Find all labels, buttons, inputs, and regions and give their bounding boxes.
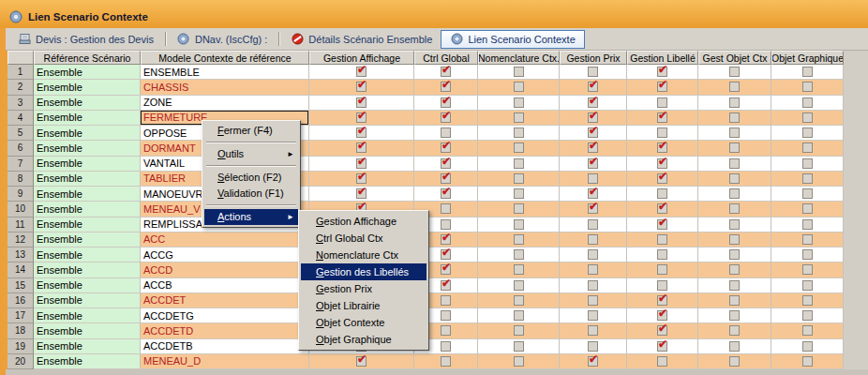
menu-item[interactable]: Validation (F1) <box>204 186 298 202</box>
menu-item[interactable]: Ctrl Global Ctx <box>301 230 427 247</box>
row-number[interactable]: 20 <box>7 354 34 369</box>
row-number[interactable]: 14 <box>7 262 34 278</box>
checkbox[interactable]: ✔ <box>441 82 451 92</box>
checkbox[interactable] <box>802 112 813 123</box>
cell-reference-scenario[interactable]: Ensemble <box>34 157 141 172</box>
row-number[interactable]: 19 <box>7 339 34 354</box>
cell-reference-scenario[interactable]: Ensemble <box>34 126 141 141</box>
checkbox[interactable] <box>729 341 740 352</box>
checkbox[interactable] <box>802 67 813 77</box>
tab-dnav[interactable]: DNav. (IscCfg) : <box>169 30 276 49</box>
row-number[interactable]: 10 <box>7 202 34 217</box>
checkbox[interactable] <box>514 158 524 169</box>
cell-reference-scenario[interactable]: Ensemble <box>34 323 141 338</box>
checkbox[interactable]: ✔ <box>356 173 367 184</box>
cell-modele-contexte[interactable]: ZONE <box>141 96 309 111</box>
checkbox[interactable]: ✔ <box>441 98 451 108</box>
checkbox[interactable] <box>802 234 813 245</box>
checkbox[interactable] <box>514 249 524 260</box>
checkbox[interactable] <box>729 280 740 291</box>
checkbox[interactable]: ✔ <box>588 82 598 92</box>
checkbox[interactable]: ✔ <box>588 98 598 108</box>
cell-reference-scenario[interactable]: Ensemble <box>34 202 141 217</box>
cell-reference-scenario[interactable]: Ensemble <box>34 262 141 278</box>
cell-modele-contexte[interactable]: ACCDET <box>141 293 309 308</box>
checkbox[interactable] <box>729 249 740 260</box>
checkbox[interactable]: ✔ <box>588 158 598 169</box>
row-number[interactable]: 16 <box>7 293 34 308</box>
checkbox[interactable] <box>514 82 524 92</box>
checkbox[interactable] <box>729 98 740 108</box>
checkbox[interactable]: ✔ <box>657 173 667 184</box>
tab-devis[interactable]: Devis : Gestion des Devis <box>9 30 162 49</box>
checkbox[interactable] <box>802 82 813 92</box>
checkbox[interactable]: ✔ <box>657 67 667 77</box>
checkbox[interactable] <box>729 203 740 214</box>
cell-reference-scenario[interactable]: Ensemble <box>34 172 141 187</box>
checkbox[interactable]: ✔ <box>441 142 451 153</box>
row-number[interactable]: 9 <box>7 187 34 202</box>
cell-modele-contexte[interactable]: ACCDETD <box>141 323 309 338</box>
checkbox[interactable] <box>729 264 740 275</box>
checkbox[interactable]: ✔ <box>441 67 451 77</box>
checkbox[interactable] <box>514 325 524 336</box>
tab-details-scenario[interactable]: Détails Scénario Ensemble <box>282 30 441 49</box>
checkbox[interactable]: ✔ <box>441 249 451 260</box>
checkbox[interactable] <box>588 67 598 77</box>
checkbox[interactable]: ✔ <box>356 142 367 153</box>
checkbox[interactable] <box>514 280 524 291</box>
checkbox[interactable] <box>657 280 667 291</box>
cell-modele-contexte[interactable]: ACCG <box>141 248 309 262</box>
row-number[interactable]: 12 <box>7 232 34 248</box>
checkbox[interactable]: ✔ <box>657 158 667 169</box>
row-number[interactable]: 4 <box>7 111 34 126</box>
checkbox[interactable]: ✔ <box>657 295 667 306</box>
checkbox[interactable]: ✔ <box>588 142 598 153</box>
checkbox[interactable]: ✔ <box>356 112 367 123</box>
cell-reference-scenario[interactable]: Ensemble <box>34 80 141 95</box>
checkbox[interactable] <box>514 142 524 153</box>
checkbox[interactable] <box>729 188 740 199</box>
checkbox[interactable] <box>588 264 598 275</box>
row-number[interactable]: 17 <box>7 308 34 323</box>
checkbox[interactable] <box>441 310 451 321</box>
checkbox[interactable] <box>441 203 451 214</box>
row-number[interactable]: 8 <box>7 172 34 187</box>
checkbox[interactable]: ✔ <box>441 264 451 275</box>
checkbox[interactable]: ✔ <box>588 356 598 367</box>
cell-reference-scenario[interactable]: Ensemble <box>34 248 141 262</box>
checkbox[interactable] <box>729 82 740 92</box>
checkbox[interactable]: ✔ <box>356 98 367 108</box>
row-number[interactable]: 2 <box>7 80 34 95</box>
cell-reference-scenario[interactable]: Ensemble <box>34 96 141 111</box>
checkbox[interactable] <box>657 264 667 275</box>
row-number[interactable]: 7 <box>7 157 34 172</box>
checkbox[interactable]: ✔ <box>657 82 667 92</box>
checkbox[interactable] <box>729 234 740 245</box>
checkbox[interactable] <box>441 295 451 306</box>
checkbox[interactable] <box>729 142 740 153</box>
tab-lien-scenario-contexte[interactable]: Lien Scenario Contexte <box>441 30 584 49</box>
checkbox[interactable] <box>441 325 451 336</box>
checkbox[interactable]: ✔ <box>657 112 667 123</box>
checkbox[interactable] <box>657 128 667 138</box>
checkbox[interactable]: ✔ <box>441 158 451 169</box>
checkbox[interactable] <box>514 112 524 123</box>
checkbox[interactable]: ✔ <box>356 82 367 92</box>
checkbox[interactable] <box>514 98 524 108</box>
checkbox[interactable] <box>802 219 813 230</box>
cell-reference-scenario[interactable]: Ensemble <box>34 354 141 369</box>
checkbox[interactable] <box>729 67 740 77</box>
checkbox[interactable] <box>588 341 598 352</box>
checkbox[interactable] <box>802 295 813 306</box>
checkbox[interactable] <box>657 188 667 199</box>
checkbox[interactable] <box>657 98 667 108</box>
checkbox[interactable]: ✔ <box>356 128 367 138</box>
checkbox[interactable] <box>514 356 524 367</box>
checkbox[interactable]: ✔ <box>441 112 451 123</box>
checkbox[interactable] <box>802 98 813 108</box>
checkbox[interactable]: ✔ <box>441 173 451 184</box>
checkbox[interactable]: ✔ <box>657 325 667 336</box>
row-number[interactable]: 5 <box>7 126 34 141</box>
cell-reference-scenario[interactable]: Ensemble <box>34 218 141 232</box>
